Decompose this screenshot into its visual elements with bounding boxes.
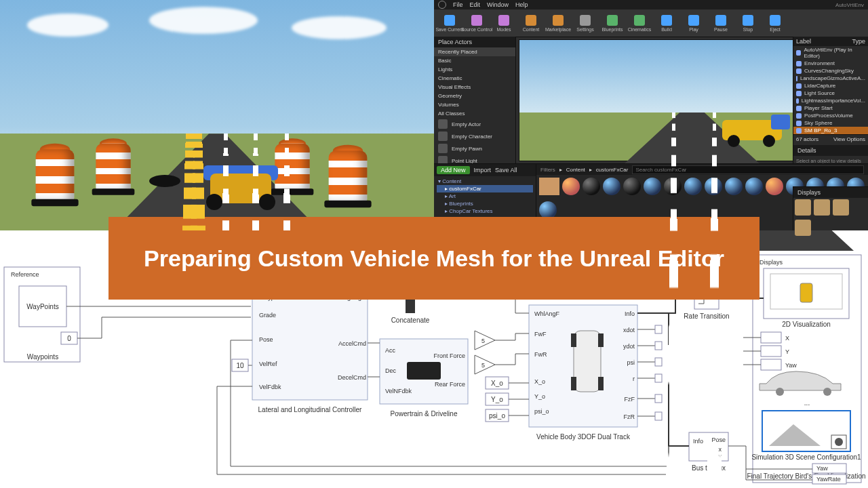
menu-help[interactable]: Help [515, 1, 528, 8]
waypoints-caption: Waypoints [27, 353, 58, 361]
filters-button[interactable]: Filters [540, 167, 555, 173]
material-sphere[interactable] [664, 178, 682, 195]
add-new-button[interactable]: Add New [437, 166, 470, 174]
menu-file[interactable]: File [453, 1, 463, 8]
asset-thumbnail[interactable] [539, 178, 559, 195]
content-tree-item[interactable]: ▸ Blueprints [437, 200, 533, 207]
content-search-input[interactable] [632, 165, 864, 174]
svg-text:Pose: Pose [259, 336, 273, 343]
svg-text:YawRate: YawRate [816, 476, 841, 483]
menu-edit[interactable]: Edit [470, 1, 481, 8]
toolbar-build-button[interactable]: Build [655, 12, 678, 34]
svg-text:x: x [719, 446, 722, 453]
road-scene-preview [0, 0, 434, 230]
outliner-row[interactable]: LandscapeGizmoActiveA... [793, 75, 868, 82]
breadcrumb-item[interactable]: Content [566, 167, 585, 173]
place-category[interactable]: Volumes [434, 100, 515, 109]
place-actors-header: Place Actors [434, 37, 515, 47]
outport-block[interactable] [761, 359, 781, 370]
material-sphere[interactable] [684, 178, 702, 195]
wire [637, 298, 694, 313]
toolbar-source-control-button[interactable]: Source Control [465, 12, 488, 34]
material-sphere[interactable] [766, 178, 783, 195]
place-category[interactable]: Visual Effects [434, 83, 515, 92]
toolbar-play-button[interactable]: Play [682, 12, 705, 34]
place-category[interactable]: Lights [434, 65, 515, 74]
toolbar-pause-button[interactable]: Pause [709, 12, 732, 34]
menu-window[interactable]: Window [487, 1, 509, 8]
svg-rect-21 [598, 377, 604, 390]
material-sphere[interactable] [745, 178, 763, 195]
svg-text:VelNFdbk: VelNFdbk [385, 388, 412, 394]
toolbar-marketplace-button[interactable]: Marketplace [547, 12, 570, 34]
outliner-row[interactable]: LightmassImportanceVol... [793, 97, 868, 104]
place-category[interactable]: Geometry [434, 92, 515, 100]
outliner-row[interactable]: Environment [793, 60, 868, 67]
place-category[interactable]: Recently Placed [434, 47, 515, 56]
content-tree-item[interactable]: ▸ customFxCar [437, 185, 533, 192]
viewport-vehicle[interactable] [713, 115, 787, 144]
outliner-actor-count: 67 actors [796, 136, 818, 142]
save-all-button[interactable]: Save All [495, 167, 517, 174]
cloud [292, 16, 387, 39]
svg-text:r: r [633, 375, 635, 382]
place-actor-item[interactable]: Empty Actor [434, 118, 515, 130]
material-sphere[interactable] [725, 178, 743, 195]
material-sphere[interactable] [623, 178, 641, 195]
svg-text:Pose: Pose [711, 436, 726, 443]
toolbar-eject-button[interactable]: Eject [764, 12, 787, 34]
svg-text:Info: Info [625, 310, 635, 317]
outliner-view-options[interactable]: View Options [833, 136, 865, 142]
material-sphere[interactable] [562, 178, 580, 195]
content-tree-item[interactable]: ▸ ChopCar Textures [437, 207, 533, 215]
place-actor-item[interactable]: Empty Pawn [434, 142, 515, 155]
asset-preview-panel: Displays [793, 186, 868, 230]
place-category[interactable]: All Classes [434, 109, 515, 118]
outliner-row[interactable]: Player Start [793, 104, 868, 112]
content-tree-item[interactable]: ▾ Content [437, 178, 533, 185]
svg-text:WhlAngF: WhlAngF [534, 310, 560, 317]
toolbar-cinematics-button[interactable]: Cinematics [628, 12, 651, 34]
displays-header: Displays [760, 259, 783, 266]
material-sphere[interactable] [603, 178, 620, 195]
toolbar-save-current-button[interactable]: Save Current [438, 12, 461, 34]
terminator-icon [637, 325, 662, 420]
outliner-row-selected[interactable]: SM BP_Ro_3 [793, 127, 868, 134]
material-sphere[interactable] [583, 178, 600, 195]
wire [495, 333, 529, 340]
outliner-row[interactable]: Light Source [793, 89, 868, 97]
outport-block[interactable] [761, 346, 781, 357]
svg-text:Info: Info [693, 438, 703, 445]
vehicle-body-caption: Vehicle Body 3DOF Dual Track [536, 433, 631, 441]
outport-block[interactable] [761, 332, 781, 343]
material-sphere[interactable] [644, 178, 661, 195]
place-category[interactable]: Cinematic [434, 74, 515, 83]
vehicle-mesh [203, 160, 278, 207]
cloud [149, 7, 258, 34]
toolbar-settings-button[interactable]: Settings [574, 12, 597, 34]
material-sphere[interactable] [705, 178, 722, 195]
place-category[interactable]: Basic [434, 56, 515, 65]
outliner-row[interactable]: AutoVrtlEnv (Play In Editor) [793, 46, 868, 60]
outliner-row[interactable]: CurvesChangingSky [793, 67, 868, 75]
traffic-barrel [275, 144, 309, 191]
toolbar-blueprints-button[interactable]: Blueprints [601, 12, 624, 34]
toolbar-stop-button[interactable]: Stop [736, 12, 760, 34]
rate-transition-caption: Rate Transition [684, 312, 729, 320]
svg-text:Yaw: Yaw [816, 465, 828, 472]
breadcrumb-item[interactable]: customFxCar [596, 167, 629, 173]
outliner-row[interactable]: LidarCapture [793, 82, 868, 89]
outliner-row[interactable]: Sky Sphere [793, 119, 868, 127]
material-sphere[interactable] [539, 201, 557, 219]
svg-rect-36 [655, 342, 662, 350]
birds-eye-caption: Final Trajectory Bird's-Eye Visualizatio… [747, 472, 865, 480]
toolbar-modes-button[interactable]: Modes [492, 12, 515, 34]
content-tree-item[interactable]: ▸ Art [437, 192, 533, 200]
toolbar-content-button[interactable]: Content [519, 12, 542, 34]
outliner-row[interactable]: PostProcessVolume [793, 112, 868, 119]
import-button[interactable]: Import [474, 167, 492, 174]
place-actor-item[interactable]: Empty Character [434, 130, 515, 142]
powertrain-caption: Powertrain & Driveline [391, 410, 458, 418]
svg-text:y: y [719, 453, 722, 460]
more-indicator[interactable]: ... [804, 399, 810, 407]
